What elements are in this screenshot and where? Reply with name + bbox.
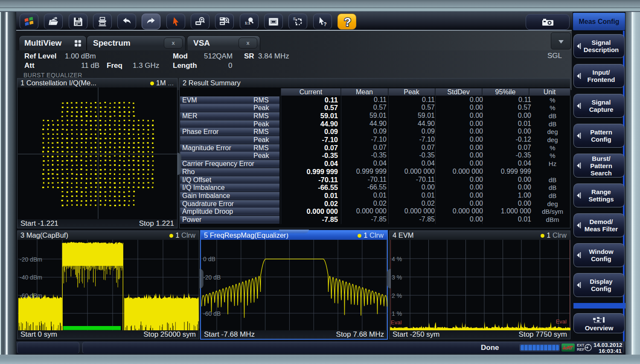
- svg-text:?: ?: [323, 21, 326, 27]
- svg-text:S: S: [293, 16, 296, 21]
- svg-text:?: ?: [344, 15, 351, 28]
